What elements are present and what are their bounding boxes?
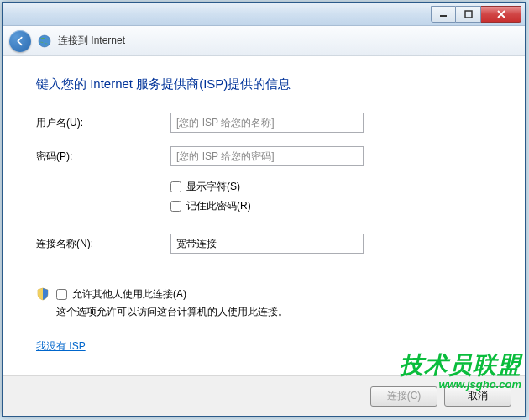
- titlebar-buttons: [431, 6, 521, 23]
- password-row: 密码(P):: [36, 146, 491, 166]
- no-isp-link[interactable]: 我没有 ISP: [36, 339, 86, 354]
- username-input[interactable]: [170, 113, 364, 133]
- allow-others-checkbox[interactable]: [56, 289, 67, 300]
- show-chars-row: 显示字符(S): [170, 180, 491, 194]
- connection-name-input[interactable]: [170, 234, 364, 254]
- content-area: 键入您的 Internet 服务提供商(ISP)提供的信息 用户名(U): 密码…: [3, 56, 525, 375]
- cancel-button[interactable]: 取消: [444, 386, 511, 407]
- maximize-button[interactable]: [456, 6, 481, 23]
- titlebar: [3, 3, 525, 26]
- svg-point-2: [39, 35, 50, 47]
- connection-name-row: 连接名称(N):: [36, 234, 491, 254]
- svg-rect-0: [440, 15, 447, 17]
- svg-rect-1: [465, 11, 472, 18]
- back-button[interactable]: [9, 30, 31, 52]
- show-chars-label: 显示字符(S): [186, 180, 240, 194]
- connection-name-label: 连接名称(N):: [36, 237, 170, 251]
- allow-others-content: 允许其他人使用此连接(A) 这个选项允许可以访问这台计算机的人使用此连接。: [56, 287, 491, 319]
- show-chars-checkbox[interactable]: [170, 181, 181, 192]
- header-strip: 连接到 Internet: [3, 26, 525, 56]
- allow-others-section: 允许其他人使用此连接(A) 这个选项允许可以访问这台计算机的人使用此连接。: [36, 287, 491, 319]
- minimize-button[interactable]: [431, 6, 456, 23]
- page-heading: 键入您的 Internet 服务提供商(ISP)提供的信息: [36, 76, 491, 92]
- password-label: 密码(P):: [36, 150, 170, 164]
- shield-icon: [36, 287, 50, 301]
- connect-button[interactable]: 连接(C): [370, 386, 437, 407]
- remember-password-label: 记住此密码(R): [186, 199, 251, 213]
- username-row: 用户名(U):: [36, 113, 491, 133]
- remember-password-checkbox[interactable]: [170, 201, 181, 212]
- footer: 连接(C) 取消: [3, 375, 525, 416]
- globe-icon: [38, 34, 51, 48]
- password-input[interactable]: [170, 146, 364, 166]
- dialog-window: 连接到 Internet 键入您的 Internet 服务提供商(ISP)提供的…: [2, 2, 526, 417]
- close-button[interactable]: [481, 6, 521, 23]
- remember-password-row: 记住此密码(R): [170, 199, 491, 213]
- allow-others-description: 这个选项允许可以访问这台计算机的人使用此连接。: [56, 305, 491, 319]
- window-title: 连接到 Internet: [58, 34, 125, 48]
- allow-others-label: 允许其他人使用此连接(A): [72, 287, 186, 302]
- username-label: 用户名(U):: [36, 116, 170, 130]
